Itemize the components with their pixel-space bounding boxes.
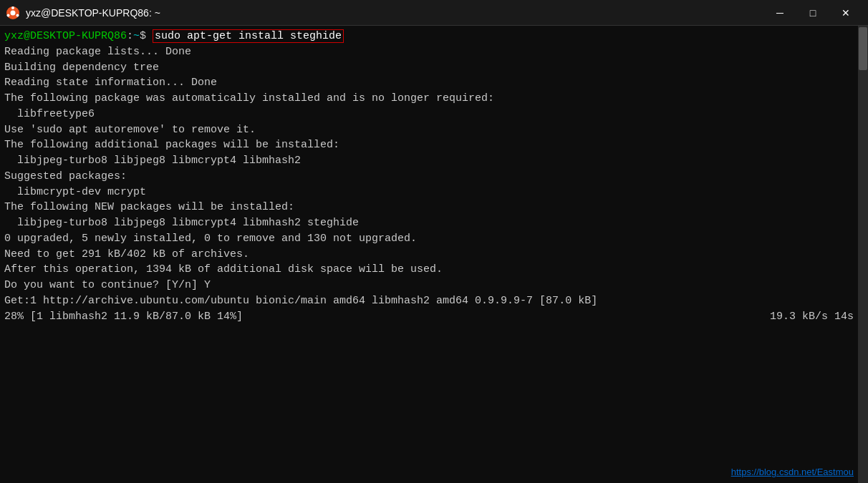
line-9: Suggested packages: xyxy=(4,169,854,185)
scrollbar[interactable] xyxy=(858,26,868,483)
minimize-button[interactable]: ─ xyxy=(763,0,796,26)
line-13: 0 upgraded, 5 newly installed, 0 to remo… xyxy=(4,231,854,247)
progress-line: 28% [1 libmhash2 11.9 kB/87.0 kB 14%] 19… xyxy=(4,309,854,325)
line-7: The following additional packages will b… xyxy=(4,137,854,153)
line-1: Reading package lists... Done xyxy=(4,44,854,60)
line-16: Do you want to continue? [Y/n] Y xyxy=(4,278,854,293)
line-17: Get:1 http://archive.ubuntu.com/ubuntu b… xyxy=(4,293,854,309)
titlebar: yxz@DESKTOP-KUPRQ86: ~ ─ □ ✕ xyxy=(0,0,868,26)
line-4: The following package was automatically … xyxy=(4,91,854,107)
scrollbar-thumb[interactable] xyxy=(859,27,867,70)
maximize-button[interactable]: □ xyxy=(796,0,829,26)
progress-speed: 19.3 kB/s 14s xyxy=(770,309,854,325)
line-6: Use 'sudo apt autoremove' to remove it. xyxy=(4,122,854,138)
watermark-url: https://blog.csdn.net/Eastmou xyxy=(731,467,854,477)
terminal-content[interactable]: yxz@DESKTOP-KUPRQ86:~$ sudo apt-get inst… xyxy=(0,26,858,483)
ubuntu-icon xyxy=(6,6,20,20)
prompt-line: yxz@DESKTOP-KUPRQ86:~$ sudo apt-get inst… xyxy=(4,29,854,44)
progress-text: 28% [1 libmhash2 11.9 kB/87.0 kB 14%] xyxy=(4,309,243,325)
close-button[interactable]: ✕ xyxy=(829,0,862,26)
line-12: libjpeg-turbo8 libjpeg8 libmcrypt4 libmh… xyxy=(4,215,854,231)
watermark: https://blog.csdn.net/Eastmou xyxy=(731,467,854,477)
terminal-wrapper: yxz@DESKTOP-KUPRQ86:~$ sudo apt-get inst… xyxy=(0,26,868,483)
line-8: libjpeg-turbo8 libjpeg8 libmcrypt4 libmh… xyxy=(4,153,854,169)
svg-point-4 xyxy=(7,14,10,16)
svg-point-2 xyxy=(11,6,14,9)
command-highlight: sudo apt-get install steghide xyxy=(153,29,344,43)
titlebar-controls: ─ □ ✕ xyxy=(763,0,862,26)
line-3: Reading state information... Done xyxy=(4,75,854,91)
line-2: Building dependency tree xyxy=(4,60,854,76)
titlebar-left: yxz@DESKTOP-KUPRQ86: ~ xyxy=(6,6,160,20)
svg-point-1 xyxy=(11,10,16,15)
svg-point-3 xyxy=(16,14,19,16)
prompt-user: yxz@DESKTOP-KUPRQ86 xyxy=(4,30,127,42)
line-15: After this operation, 1394 kB of additio… xyxy=(4,262,854,278)
titlebar-title: yxz@DESKTOP-KUPRQ86: ~ xyxy=(26,7,160,19)
line-14: Need to get 291 kB/402 kB of archives. xyxy=(4,247,854,263)
line-10: libmcrypt-dev mcrypt xyxy=(4,185,854,200)
line-11: The following NEW packages will be insta… xyxy=(4,200,854,215)
line-5: libfreetype6 xyxy=(4,107,854,122)
